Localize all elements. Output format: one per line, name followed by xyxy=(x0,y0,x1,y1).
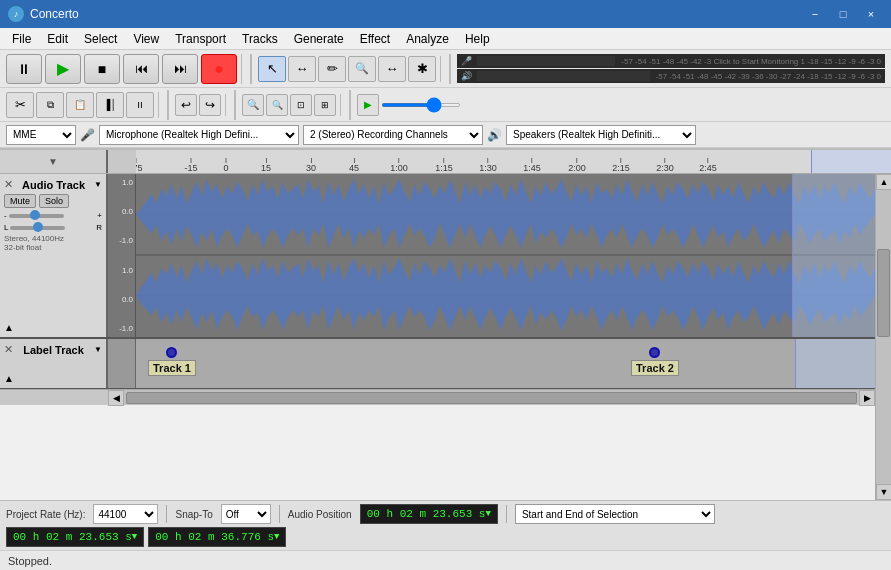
channels-select[interactable]: 2 (Stereo) Recording Channels xyxy=(303,125,483,145)
copy-button[interactable]: ⧉ xyxy=(36,92,64,118)
silence-button[interactable]: ıı xyxy=(126,92,154,118)
mic-icon: 🎤 xyxy=(461,56,475,66)
output-device-select[interactable]: Speakers (Realtek High Definiti... xyxy=(506,125,696,145)
skip-back-button[interactable]: ⏮ xyxy=(123,54,159,84)
timeshift-tool-button[interactable]: ↔ xyxy=(378,56,406,82)
label-collapse-icon[interactable]: ▲ xyxy=(4,373,14,384)
snap-to-select[interactable]: Off xyxy=(221,504,271,524)
audio-position-dropdown[interactable]: ▼ xyxy=(485,509,490,519)
tl-mark-100: 1:00 xyxy=(390,158,408,173)
maximize-button[interactable]: □ xyxy=(831,5,855,23)
clipboard-tools: ✂ ⧉ 📋 ▐│ ıı xyxy=(6,92,159,118)
tl-mark-15: 15 xyxy=(261,158,271,173)
zoom-fit-button[interactable]: ⊡ xyxy=(290,94,312,116)
draw-tool-button[interactable]: ✏ xyxy=(318,56,346,82)
toolbar-area: ⏸ ▶ ■ ⏮ ⏭ ● ↖ ↔ ✏ 🔍 ↔ ✱ 🎤 xyxy=(0,50,891,150)
vscroll-track[interactable] xyxy=(876,190,891,484)
vscroll-down-arrow[interactable]: ▼ xyxy=(876,484,891,500)
play-at-speed-button[interactable]: ▶ xyxy=(357,94,379,116)
audio-track-name: Audio Track xyxy=(22,179,85,191)
zoom-in-button[interactable]: 🔍 xyxy=(242,94,264,116)
menu-select[interactable]: Select xyxy=(76,28,125,49)
y-top-2: 1.0 xyxy=(110,266,133,275)
label-track-content[interactable]: Track 1 Track 2 xyxy=(136,339,875,388)
cut-button[interactable]: ✂ xyxy=(6,92,34,118)
select-tool-button[interactable]: ↖ xyxy=(258,56,286,82)
audio-waveform-area[interactable] xyxy=(136,174,875,337)
trim-button[interactable]: ▐│ xyxy=(96,92,124,118)
zoom-out-button[interactable]: 🔍 xyxy=(266,94,288,116)
envelope-tool-button[interactable]: ↔ xyxy=(288,56,316,82)
y-mid-1: 0.0 xyxy=(110,207,133,216)
close-button[interactable]: × xyxy=(859,5,883,23)
pan-slider-thumb[interactable] xyxy=(33,222,43,232)
vu-bar-input xyxy=(477,56,615,66)
selection-end-dropdown[interactable]: ▼ xyxy=(274,532,279,542)
mute-button[interactable]: Mute xyxy=(4,194,36,208)
play-button[interactable]: ▶ xyxy=(45,54,81,84)
menu-view[interactable]: View xyxy=(125,28,167,49)
stop-button[interactable]: ■ xyxy=(84,54,120,84)
waveform-svg xyxy=(136,174,875,337)
pause-button[interactable]: ⏸ xyxy=(6,54,42,84)
menu-transport[interactable]: Transport xyxy=(167,28,234,49)
vscroll-thumb[interactable] xyxy=(877,249,890,337)
menu-analyze[interactable]: Analyze xyxy=(398,28,457,49)
label-track-header-top: ✕ Label Track ▼ xyxy=(4,343,102,356)
host-select[interactable]: MME xyxy=(6,125,76,145)
transport-buttons: ⏸ ▶ ■ ⏮ ⏭ ● xyxy=(6,54,242,84)
audio-track-close[interactable]: ✕ xyxy=(4,178,13,191)
tl-mark-0: 0 xyxy=(223,158,228,173)
menu-effect[interactable]: Effect xyxy=(352,28,398,49)
vu-meters: 🎤 -57 -54 -51 -48 -45 -42 -3 Click to St… xyxy=(457,54,885,83)
timeline-ruler: ▼ -75 -15 0 15 30 45 1:00 1:15 1:30 1:45… xyxy=(0,150,891,174)
pan-label-l: L xyxy=(4,223,8,232)
speaker-device-icon: 🔊 xyxy=(487,128,502,142)
vu-scale-output: -57 -54 -51 -48 -45 -42 -39 -36 -30 -27 … xyxy=(656,72,881,81)
audio-track-menu-arrow[interactable]: ▼ xyxy=(94,180,102,189)
label-track-menu-arrow[interactable]: ▼ xyxy=(94,345,102,354)
hscroll-thumb[interactable] xyxy=(126,392,857,404)
status-bar: Stopped. xyxy=(0,550,891,570)
label-track-close[interactable]: ✕ xyxy=(4,343,13,356)
zoom-tool-button[interactable]: 🔍 xyxy=(348,56,376,82)
pan-row: L R xyxy=(4,223,102,232)
tools-toolbar: ✂ ⧉ 📋 ▐│ ıı ↩ ↪ 🔍 🔍 ⊡ ⊞ ▶ xyxy=(0,88,891,122)
hscroll-left-arrow[interactable]: ◀ xyxy=(108,390,124,406)
skip-forward-button[interactable]: ⏭ xyxy=(162,54,198,84)
divider1 xyxy=(250,54,252,84)
minimize-button[interactable]: − xyxy=(803,5,827,23)
track2-label: Track 2 xyxy=(631,360,679,376)
undo-button[interactable]: ↩ xyxy=(175,94,197,116)
vscroll-up-arrow[interactable]: ▲ xyxy=(876,174,891,190)
selection-start-dropdown[interactable]: ▼ xyxy=(132,532,137,542)
redo-button[interactable]: ↪ xyxy=(199,94,221,116)
menu-edit[interactable]: Edit xyxy=(39,28,76,49)
tl-mark-115: 1:15 xyxy=(435,158,453,173)
bottom-top-row: Project Rate (Hz): 44100 Snap-To Off Aud… xyxy=(6,504,885,524)
label-track-yscale xyxy=(108,339,136,388)
track2-pin: Track 2 xyxy=(631,347,679,376)
zoom-tools: 🔍 🔍 ⊡ ⊞ xyxy=(242,94,341,116)
paste-button[interactable]: 📋 xyxy=(66,92,94,118)
input-device-select[interactable]: Microphone (Realtek High Defini... xyxy=(99,125,299,145)
menu-help[interactable]: Help xyxy=(457,28,498,49)
record-button[interactable]: ● xyxy=(201,54,237,84)
multi-tool-button[interactable]: ✱ xyxy=(408,56,436,82)
selection-mode-select[interactable]: Start and End of Selection xyxy=(515,504,715,524)
menu-file[interactable]: File xyxy=(4,28,39,49)
timeline-scale[interactable]: -75 -15 0 15 30 45 1:00 1:15 1:30 1:45 2… xyxy=(136,150,891,173)
menu-tracks[interactable]: Tracks xyxy=(234,28,286,49)
playback-speed-slider[interactable] xyxy=(381,103,461,107)
solo-button[interactable]: Solo xyxy=(39,194,69,208)
zoom-sel-button[interactable]: ⊞ xyxy=(314,94,336,116)
y-bot-2: -1.0 xyxy=(110,324,133,333)
gain-slider-track xyxy=(9,214,64,218)
audio-track-collapse: ▲ xyxy=(4,317,102,333)
project-rate-select[interactable]: 44100 xyxy=(93,504,158,524)
hscroll-right-arrow[interactable]: ▶ xyxy=(859,390,875,406)
menu-generate[interactable]: Generate xyxy=(286,28,352,49)
audio-collapse-icon[interactable]: ▲ xyxy=(4,322,14,333)
tracks-panel: ✕ Audio Track ▼ Mute Solo - xyxy=(0,174,875,500)
gain-slider-thumb[interactable] xyxy=(30,210,40,220)
